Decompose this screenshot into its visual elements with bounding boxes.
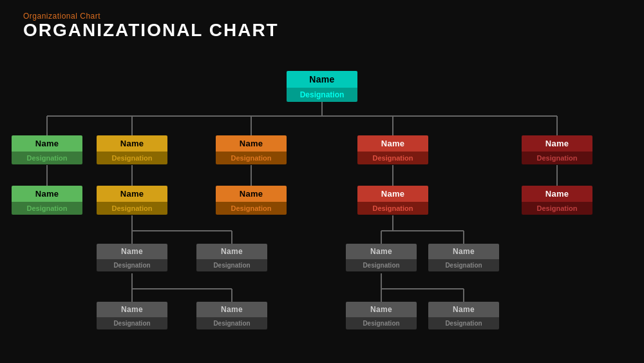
node-l1-3: Name Designation <box>216 135 287 164</box>
node-l3-3-designation: Designation <box>346 259 417 271</box>
node-l2-2-designation: Designation <box>97 202 167 215</box>
node-l4-2-designation: Designation <box>196 317 267 329</box>
node-l2-5-name: Name <box>522 186 592 202</box>
node-l4-4: Name Designation <box>428 302 499 329</box>
node-l3-3-name: Name <box>346 244 417 259</box>
node-l2-3-name: Name <box>216 186 287 202</box>
node-l3-1: Name Designation <box>97 244 167 271</box>
node-l4-1: Name Designation <box>97 302 167 329</box>
node-root-designation: Designation <box>287 88 357 102</box>
node-l4-4-designation: Designation <box>428 317 499 329</box>
node-l2-2: Name Designation <box>97 186 167 215</box>
node-l2-1: Name Designation <box>12 186 82 215</box>
node-l2-4-name: Name <box>357 186 428 202</box>
node-l1-5-name: Name <box>522 135 592 152</box>
chart-area: Name Designation Name Designation Name D… <box>0 64 644 363</box>
node-l1-3-name: Name <box>216 135 287 152</box>
node-l4-4-name: Name <box>428 302 499 317</box>
node-l3-2: Name Designation <box>196 244 267 271</box>
node-l3-4-name: Name <box>428 244 499 259</box>
node-l4-3-name: Name <box>346 302 417 317</box>
node-l2-3: Name Designation <box>216 186 287 215</box>
node-l4-3: Name Designation <box>346 302 417 329</box>
page: Organizational Chart ORGANIZATIONAL CHAR… <box>0 0 644 363</box>
node-l1-4-name: Name <box>357 135 428 152</box>
node-l3-1-name: Name <box>97 244 167 259</box>
node-l4-1-designation: Designation <box>97 317 167 329</box>
node-l1-3-designation: Designation <box>216 152 287 164</box>
node-root: Name Designation <box>287 71 357 102</box>
node-l1-4-designation: Designation <box>357 152 428 164</box>
node-l2-4: Name Designation <box>357 186 428 215</box>
node-l4-2: Name Designation <box>196 302 267 329</box>
node-root-name: Name <box>287 71 357 88</box>
node-l4-2-name: Name <box>196 302 267 317</box>
node-l1-1-name: Name <box>12 135 82 152</box>
node-l2-1-name: Name <box>12 186 82 202</box>
header-title: ORGANIZATIONAL CHART <box>23 21 279 41</box>
node-l1-4: Name Designation <box>357 135 428 164</box>
node-l3-4: Name Designation <box>428 244 499 271</box>
node-l1-5-designation: Designation <box>522 152 592 164</box>
node-l2-3-designation: Designation <box>216 202 287 215</box>
node-l1-2-name: Name <box>97 135 167 152</box>
node-l4-3-designation: Designation <box>346 317 417 329</box>
node-l3-2-name: Name <box>196 244 267 259</box>
node-l3-3: Name Designation <box>346 244 417 271</box>
node-l2-5-designation: Designation <box>522 202 592 215</box>
node-l2-1-designation: Designation <box>12 202 82 215</box>
node-l2-4-designation: Designation <box>357 202 428 215</box>
node-l2-2-name: Name <box>97 186 167 202</box>
node-l1-2: Name Designation <box>97 135 167 164</box>
node-l4-1-name: Name <box>97 302 167 317</box>
header-subtitle: Organizational Chart <box>23 12 279 21</box>
header: Organizational Chart ORGANIZATIONAL CHAR… <box>23 12 279 41</box>
node-l3-4-designation: Designation <box>428 259 499 271</box>
node-l1-2-designation: Designation <box>97 152 167 164</box>
node-l3-1-designation: Designation <box>97 259 167 271</box>
node-l3-2-designation: Designation <box>196 259 267 271</box>
node-l1-5: Name Designation <box>522 135 592 164</box>
node-l1-1-designation: Designation <box>12 152 82 164</box>
node-l1-1: Name Designation <box>12 135 82 164</box>
node-l2-5: Name Designation <box>522 186 592 215</box>
